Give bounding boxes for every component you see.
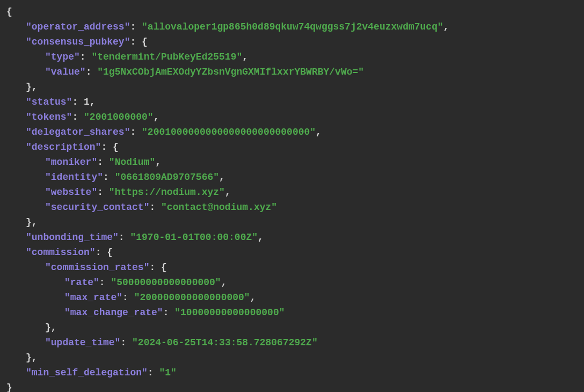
- json-line: "unbonding_time": "1970-01-01T00:00:00Z"…: [6, 230, 578, 245]
- json-value: "2001000000000000000000000000": [142, 127, 316, 137]
- json-line: "moniker": "Nodium",: [6, 155, 578, 170]
- json-line: "min_self_delegation": "1": [6, 365, 578, 380]
- brace: },: [45, 322, 57, 333]
- colon: :: [96, 247, 107, 258]
- json-key: "commission_rates": [45, 262, 149, 273]
- json-line: {: [6, 4, 578, 19]
- json-key: "delegator_shares": [26, 127, 130, 137]
- comma: ,: [242, 52, 248, 62]
- colon: :: [97, 157, 109, 168]
- json-value: "https://nodium.xyz": [109, 187, 225, 198]
- colon: :: [120, 337, 132, 348]
- json-key: "max_rate": [64, 292, 122, 303]
- colon: :: [97, 187, 109, 198]
- json-line: "website": "https://nodium.xyz",: [6, 185, 578, 200]
- comma: ,: [316, 127, 322, 137]
- json-line: "tokens": "2001000000",: [6, 110, 578, 125]
- json-line: "value": "1g5NxCObjAmEXOdyYZbsnVgnGXMIfl…: [6, 64, 578, 79]
- json-line: "type": "tendermint/PubKeyEd25519",: [6, 49, 578, 64]
- json-line: "max_change_rate": "10000000000000000": [6, 305, 578, 320]
- json-key: "update_time": [45, 337, 120, 348]
- colon: :: [149, 202, 161, 213]
- brace: },: [26, 352, 38, 363]
- json-value: "Nodium": [109, 157, 155, 168]
- json-value: "10000000000000000": [174, 307, 284, 318]
- json-key: "rate": [64, 277, 99, 288]
- json-key: "website": [45, 187, 97, 198]
- json-value: "2024-06-25T14:33:58.728067292Z": [132, 337, 318, 348]
- brace: {: [161, 262, 167, 273]
- colon: :: [119, 232, 130, 243]
- json-line: "max_rate": "200000000000000000",: [6, 290, 578, 305]
- json-line: "delegator_shares": "2001000000000000000…: [6, 125, 578, 140]
- json-line: "commission": {: [6, 245, 578, 260]
- json-line: },: [6, 215, 578, 230]
- comma: ,: [225, 187, 231, 198]
- json-code-block: { "operator_address": "allovaloper1gp865…: [6, 4, 578, 392]
- json-key: "status": [26, 97, 72, 107]
- json-value: "50000000000000000": [111, 277, 221, 288]
- colon: :: [130, 21, 142, 32]
- json-value: "200000000000000000": [134, 292, 250, 303]
- brace: {: [107, 247, 113, 258]
- json-value: "2001000000": [84, 112, 154, 122]
- brace: {: [113, 142, 119, 153]
- json-value: "allovaloper1gp865h0d89qkuw74qwggss7j2v4…: [142, 21, 443, 32]
- json-key: "moniker": [45, 157, 97, 168]
- brace: },: [26, 82, 38, 92]
- json-line: },: [6, 320, 578, 335]
- json-value: "1970-01-01T00:00:00Z": [130, 232, 258, 243]
- json-line: "status": 1,: [6, 95, 578, 110]
- colon: :: [130, 37, 142, 47]
- colon: :: [122, 292, 134, 303]
- json-key: "min_self_delegation": [26, 367, 148, 378]
- colon: :: [72, 112, 84, 122]
- brace: {: [6, 6, 12, 17]
- json-line: "consensus_pubkey": {: [6, 34, 578, 49]
- json-value: "tendermint/PubKeyEd25519": [91, 52, 242, 62]
- json-key: "value": [45, 67, 86, 77]
- json-key: "type": [45, 52, 80, 62]
- comma: ,: [155, 157, 161, 168]
- json-key: "commission": [26, 247, 96, 258]
- comma: ,: [258, 232, 264, 243]
- json-value: "contact@nodium.xyz": [161, 202, 277, 213]
- json-value: "1g5NxCObjAmEXOdyYZbsnVgnGXMIflxxrYBWRBY…: [97, 67, 364, 77]
- colon: :: [101, 142, 113, 153]
- json-line: },: [6, 79, 578, 95]
- json-key: "max_change_rate": [64, 307, 163, 318]
- json-line: "update_time": "2024-06-25T14:33:58.7280…: [6, 335, 578, 350]
- colon: :: [130, 127, 142, 137]
- json-key: "tokens": [26, 112, 72, 122]
- json-value: 1: [84, 97, 90, 107]
- json-line: "identity": "0661809AD9707566",: [6, 170, 578, 185]
- colon: :: [99, 277, 111, 288]
- json-line: "operator_address": "allovaloper1gp865h0…: [6, 19, 578, 34]
- json-key: "identity": [45, 172, 103, 183]
- json-key: "security_contact": [45, 202, 149, 213]
- json-line: "security_contact": "contact@nodium.xyz": [6, 200, 578, 215]
- colon: :: [103, 172, 115, 183]
- comma: ,: [250, 292, 256, 303]
- json-value: "0661809AD9707566": [115, 172, 219, 183]
- json-key: "consensus_pubkey": [26, 37, 130, 47]
- json-key: "description": [26, 142, 101, 153]
- json-line: }: [6, 380, 578, 392]
- json-key: "operator_address": [26, 21, 130, 32]
- comma: ,: [154, 112, 159, 122]
- colon: :: [149, 262, 161, 273]
- comma: ,: [443, 21, 449, 32]
- json-line: "commission_rates": {: [6, 260, 578, 275]
- json-line: },: [6, 350, 578, 365]
- colon: :: [163, 307, 175, 318]
- json-line: "rate": "50000000000000000",: [6, 275, 578, 290]
- json-value: "1": [159, 367, 176, 378]
- comma: ,: [221, 277, 227, 288]
- comma: ,: [90, 97, 96, 107]
- brace: },: [26, 217, 38, 228]
- colon: :: [148, 367, 159, 378]
- json-key: "unbonding_time": [26, 232, 119, 243]
- colon: :: [72, 97, 84, 107]
- colon: :: [86, 67, 98, 77]
- brace: }: [6, 382, 12, 392]
